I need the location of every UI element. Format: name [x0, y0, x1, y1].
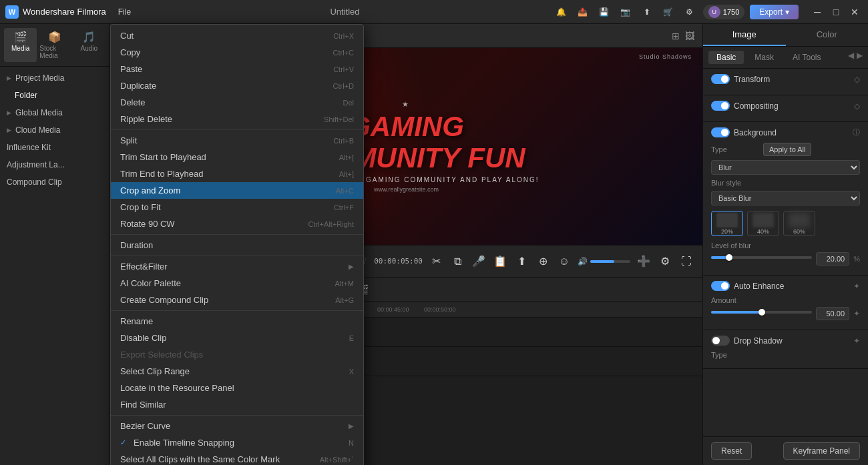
snapping-check-icon: ✓ — [120, 438, 130, 447]
tab-stock-media[interactable]: 📦 Stock Media — [38, 28, 71, 62]
crop-button[interactable]: ⧉ — [449, 254, 465, 270]
sidebar-item-compound-clip[interactable]: Compound Clip — [0, 173, 110, 191]
upload-icon[interactable]: ⬆ — [639, 4, 655, 20]
ctx-create-compound[interactable]: Create Compound Clip Alt+G — [111, 292, 363, 308]
ctx-trim-end[interactable]: Trim End to Playhead Alt+] — [111, 165, 363, 182]
background-type-select[interactable]: Blur — [711, 160, 860, 175]
volume-icon[interactable]: 🔊 — [578, 257, 588, 266]
ctx-rotate-shortcut: Ctrl+Alt+Right — [308, 220, 354, 228]
ctx-copy[interactable]: Copy Ctrl+C — [111, 44, 363, 61]
auto-enhance-toggle[interactable] — [711, 281, 730, 291]
mic-button[interactable]: 🎤 — [471, 254, 487, 270]
subtab-ai-tools[interactable]: AI Tools — [785, 51, 829, 64]
export-clip-button[interactable]: ⬆ — [513, 254, 529, 270]
blur-slider-thumb[interactable] — [726, 254, 732, 261]
volume-slider[interactable] — [590, 260, 630, 263]
close-button[interactable]: ✕ — [847, 4, 863, 20]
grid-icon[interactable]: ⊞ — [672, 31, 680, 41]
export-icon[interactable]: 📤 — [575, 4, 591, 20]
ctx-select-same-color[interactable]: Select All Clips with the Same Color Mar… — [111, 451, 363, 465]
auto-enhance-magic-icon[interactable]: ✦ — [853, 282, 860, 291]
ctx-select-clip-range[interactable]: Select Clip Range X — [111, 363, 363, 380]
ctx-effect-filter[interactable]: Effect&Filter ▶ — [111, 258, 363, 275]
notification-icon[interactable]: 🔔 — [554, 4, 570, 20]
export-chevron-icon: ▾ — [785, 7, 789, 17]
amount-value-input[interactable]: 50.00 — [816, 307, 849, 320]
screenshot-icon[interactable]: 🖼 — [685, 31, 694, 41]
blur-slider-track[interactable] — [711, 256, 812, 259]
minimize-button[interactable]: ─ — [809, 4, 825, 20]
main-layout: 🎬 Media 📦 Stock Media 🎵 Audio ▶ Project … — [0, 24, 868, 465]
ctx-duplicate[interactable]: Duplicate Ctrl+D — [111, 77, 363, 94]
sidebar-item-project-media[interactable]: ▶ Project Media — [0, 69, 110, 87]
panel-next-icon[interactable]: ▶ — [857, 51, 863, 64]
drop-shadow-toggle[interactable] — [711, 336, 730, 346]
subtab-mask[interactable]: Mask — [746, 51, 782, 64]
tab-color[interactable]: Color — [786, 24, 869, 46]
add-to-timeline[interactable]: ⊕ — [535, 254, 551, 270]
caption-button[interactable]: 📋 — [492, 254, 508, 270]
sidebar-item-influence-kit[interactable]: Influence Kit — [0, 139, 110, 156]
keyframe-panel-button[interactable]: Keyframe Panel — [783, 442, 860, 460]
maximize-button[interactable]: □ — [828, 4, 844, 20]
shop-icon[interactable]: 🛒 — [660, 4, 676, 20]
export-button[interactable]: Export ▾ — [750, 5, 799, 19]
emoji-button[interactable]: ☺ — [556, 254, 572, 270]
blur-box-20[interactable]: 20% — [711, 211, 743, 236]
ctx-crop-to-fit[interactable]: Crop to Fit Ctrl+F — [111, 199, 363, 215]
fullscreen-button[interactable]: ⛶ — [678, 254, 694, 270]
drop-shadow-magic-icon[interactable]: ✦ — [853, 336, 860, 346]
apps-icon[interactable]: ⚙ — [682, 4, 698, 20]
transform-expand-icon[interactable]: ◇ — [854, 75, 860, 84]
ctx-rotate90[interactable]: Rotate 90 CW Ctrl+Alt+Right — [111, 215, 363, 232]
ctx-ai-color-shortcut: Alt+M — [335, 280, 354, 288]
tab-audio[interactable]: 🎵 Audio — [73, 28, 105, 62]
background-toggle[interactable] — [711, 127, 730, 137]
blur-box-40[interactable]: 40% — [747, 211, 779, 236]
compositing-expand-icon[interactable]: ◇ — [854, 101, 860, 111]
tab-media[interactable]: 🎬 Media — [4, 28, 37, 62]
amount-slider-track[interactable] — [711, 311, 812, 314]
blur-style-select[interactable]: Basic Blur — [711, 191, 860, 205]
ctx-bezier-curve[interactable]: Bezier Curve ▶ — [111, 418, 363, 434]
ctx-ai-color[interactable]: AI Color Palette Alt+M — [111, 275, 363, 292]
amount-reset-icon[interactable]: ✦ — [853, 309, 860, 318]
ctx-disable-clip[interactable]: Disable Clip E — [111, 330, 363, 346]
ctx-delete[interactable]: Delete Del — [111, 94, 363, 111]
ctx-split[interactable]: Split Ctrl+B — [111, 132, 363, 149]
import-icon[interactable]: 💾 — [596, 4, 612, 20]
ctx-crop-and-zoom[interactable]: Crop and Zoom Alt+C — [111, 182, 363, 199]
ctx-duration[interactable]: Duration — [111, 237, 363, 254]
split-at-playhead[interactable]: ✂ — [428, 254, 444, 270]
ctx-crop-fit-shortcut: Ctrl+F — [334, 203, 354, 211]
compositing-toggle[interactable] — [711, 101, 730, 111]
apply-to-all-button[interactable]: Apply to All — [763, 143, 811, 156]
ctx-export-label: Export Selected Clips — [120, 350, 203, 360]
audio-tab-icon: 🎵 — [82, 31, 95, 43]
panel-prev-icon[interactable]: ◀ — [848, 51, 854, 64]
sidebar-item-folder[interactable]: Folder — [0, 87, 110, 104]
add-audio-button[interactable]: ➕ — [636, 254, 652, 270]
sidebar-item-cloud-media[interactable]: ▶ Cloud Media — [0, 121, 110, 139]
ctx-find-similar[interactable]: Find Similar — [111, 396, 363, 413]
ctx-enable-snapping[interactable]: ✓ Enable Timeline Snapping N — [111, 434, 363, 451]
ctx-trim-start[interactable]: Trim Start to Playhead Alt+[ — [111, 149, 363, 165]
blur-value-input[interactable]: 20.00 — [816, 252, 849, 266]
ctx-rename[interactable]: Rename — [111, 313, 363, 330]
transform-toggle[interactable] — [711, 74, 730, 84]
ctx-paste[interactable]: Paste Ctrl+V — [111, 61, 363, 77]
amount-slider-thumb[interactable] — [758, 309, 765, 316]
sidebar-item-global-media[interactable]: ▶ Global Media — [0, 104, 110, 121]
camera-icon[interactable]: 📷 — [618, 4, 634, 20]
sidebar-item-adjustment[interactable]: Adjustment La... — [0, 156, 110, 173]
tab-image[interactable]: Image — [703, 24, 786, 46]
settings-button[interactable]: ⚙ — [657, 254, 673, 270]
ctx-trim-start-label: Trim Start to Playhead — [120, 152, 206, 162]
blur-box-60[interactable]: 60% — [783, 211, 815, 236]
reset-button[interactable]: Reset — [711, 442, 752, 460]
subtab-basic[interactable]: Basic — [708, 51, 744, 64]
ctx-ripple-delete[interactable]: Ripple Delete Shift+Del — [111, 111, 363, 127]
ctx-locate-resource[interactable]: Locate in the Resource Panel — [111, 380, 363, 396]
ctx-cut[interactable]: Cut Ctrl+X — [111, 27, 363, 44]
menu-file[interactable]: File — [113, 6, 136, 18]
